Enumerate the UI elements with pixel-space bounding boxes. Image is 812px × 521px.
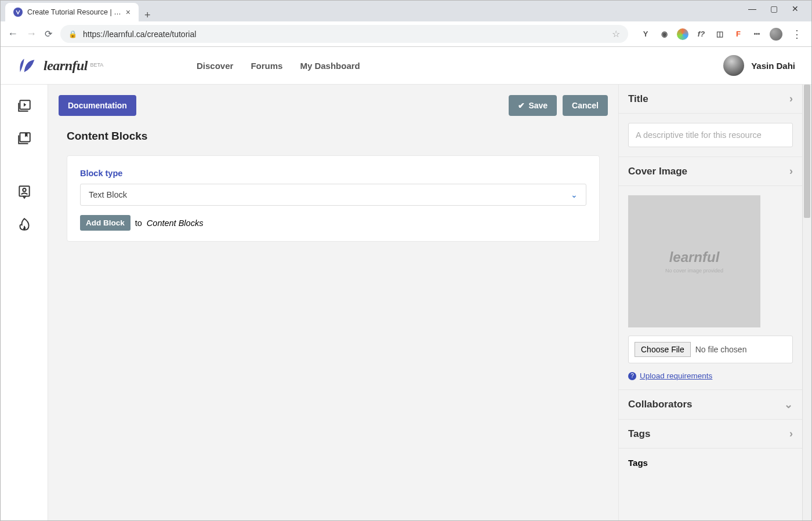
chevron-right-icon: › [789,428,793,440]
cancel-button[interactable]: Cancel [563,95,608,116]
browser-chrome: Create Tutorial Resource | learnfu... × … [1,1,811,47]
rail-trending-icon[interactable] [17,217,32,232]
user-menu[interactable]: Yasin Dahi [723,55,795,76]
rail-profile-icon[interactable] [17,184,32,199]
ext-yandex-icon[interactable]: Y [640,28,651,40]
url-text: https://learnful.ca/create/tutorial [83,30,606,39]
block-type-value: Text Block [89,190,127,199]
side-rail [1,85,48,520]
ext-color-icon[interactable] [677,28,688,40]
main-column: Documentation ✔ Save Cancel Content Bloc… [48,85,618,520]
panel-title-body [619,114,802,157]
add-block-row: Add Block to Content Blocks [80,215,586,231]
add-block-target: Content Blocks [147,218,204,228]
nav-discover[interactable]: Discover [197,61,233,71]
brand[interactable]: learnful BETA [17,57,197,74]
content-blocks-section: Content Blocks Block type Text Block ⌄ A… [48,126,618,256]
extensions-area: Y ◉ f? ◫ F ••• ⋮ [636,28,804,41]
svg-point-3 [23,188,26,191]
window-minimize-icon[interactable]: — [748,4,756,13]
lock-icon: 🔒 [68,30,77,38]
title-input[interactable] [628,123,793,147]
app-header: learnful BETA Discover Forums My Dashboa… [1,47,811,85]
window-close-icon[interactable]: ✕ [792,4,799,13]
help-icon: ? [628,372,636,380]
tags-sublabel: Tags [628,458,793,468]
scrollbar[interactable] [802,85,811,520]
panel-cover-label: Cover Image [628,166,687,177]
app-root: learnful BETA Discover Forums My Dashboa… [1,47,811,520]
panel-collaborators-head[interactable]: Collaborators ⌄ [619,390,802,420]
upload-requirements-link[interactable]: ? Upload requirements [628,371,712,380]
save-button[interactable]: ✔ Save [509,95,557,116]
scrollbar-thumb[interactable] [804,85,810,218]
rail-bookmark-icon[interactable] [17,131,32,146]
tab-close-icon[interactable]: × [126,8,130,17]
main-nav: Discover Forums My Dashboard [197,61,360,71]
brand-logo-icon [17,57,38,74]
panel-title-head[interactable]: Title › [619,85,802,114]
save-button-label: Save [528,101,548,110]
panel-tags-head[interactable]: Tags › [619,420,802,449]
upload-requirements-text: Upload requirements [640,371,712,380]
user-name: Yasin Dahi [751,61,795,71]
nav-dashboard[interactable]: My Dashboard [300,61,360,71]
cover-placeholder: learnful No cover image provided [628,195,760,327]
ext-crop-icon[interactable]: ◫ [714,28,726,40]
panel-collaborators-label: Collaborators [628,399,693,410]
panel-tags-body: Tags [619,449,802,470]
url-field[interactable]: 🔒 https://learnful.ca/create/tutorial ☆ [60,25,628,43]
ext-misc-icon[interactable]: ••• [751,28,763,40]
window-maximize-icon[interactable]: ▢ [770,4,778,13]
back-button[interactable]: ← [8,28,18,40]
browser-tab[interactable]: Create Tutorial Resource | learnfu... × [5,3,139,21]
chevron-right-icon: › [789,165,793,177]
chevron-right-icon: › [789,93,793,105]
ext-font-icon[interactable]: f? [695,28,707,40]
browser-menu-icon[interactable]: ⋮ [789,28,804,41]
file-status: No file chosen [695,345,747,354]
tab-bar: Create Tutorial Resource | learnfu... × … [1,1,811,21]
chevron-down-icon: ⌄ [571,190,578,199]
block-type-select[interactable]: Text Block ⌄ [80,184,586,206]
forward-button: → [26,28,37,40]
add-block-button[interactable]: Add Block [80,215,130,231]
tab-title: Create Tutorial Resource | learnfu... [27,8,121,16]
section-title: Content Blocks [67,130,600,143]
documentation-button[interactable]: Documentation [59,95,136,116]
ext-figma-icon[interactable]: F [733,28,744,40]
brand-name: learnful BETA [44,58,103,74]
bookmark-star-icon[interactable]: ☆ [612,28,620,39]
panel-cover-head[interactable]: Cover Image › [619,157,802,186]
tab-favicon-icon [13,8,23,17]
nav-forums[interactable]: Forums [251,61,282,71]
user-avatar-icon [723,55,744,76]
address-bar: ← → ⟳ 🔒 https://learnful.ca/create/tutor… [1,21,811,47]
editor-toolbar: Documentation ✔ Save Cancel [48,85,618,126]
chevron-down-icon: ⌄ [784,398,793,411]
ext-camera-icon[interactable]: ◉ [658,28,670,40]
cover-placeholder-brand: learnful [669,249,720,265]
panel-cover-body: learnful No cover image provided Choose … [619,186,802,390]
cover-placeholder-note: No cover image provided [665,268,723,274]
block-card: Block type Text Block ⌄ Add Block to Con… [67,155,600,242]
panel-tags-label: Tags [628,428,650,440]
window-controls: — ▢ ✕ [748,0,808,13]
add-block-to-text: to [135,218,142,228]
new-tab-button[interactable]: + [139,6,157,21]
check-icon: ✔ [518,101,525,110]
choose-file-button[interactable]: Choose File [635,342,691,357]
profile-avatar-icon[interactable] [770,28,782,41]
properties-panel: Title › Cover Image › learnful N [618,85,802,520]
rail-spacer [17,163,32,167]
reload-button[interactable]: ⟳ [45,28,52,39]
file-input-row: Choose File No file chosen [628,336,793,363]
panel-title-label: Title [628,93,648,105]
rail-media-icon[interactable] [17,99,32,114]
block-type-label: Block type [80,169,586,178]
